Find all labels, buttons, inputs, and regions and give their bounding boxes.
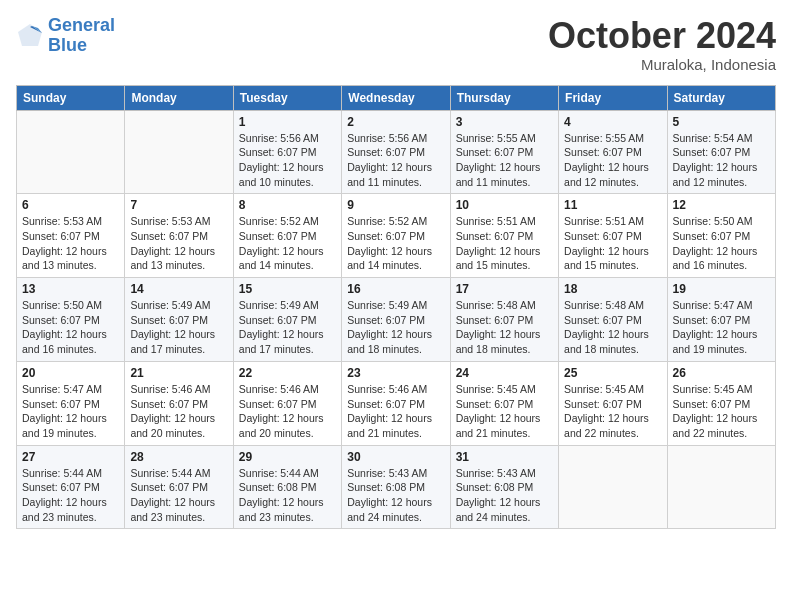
day-number: 16 [347, 282, 444, 296]
day-info: Sunrise: 5:45 AM Sunset: 6:07 PM Dayligh… [456, 382, 553, 441]
calendar-cell: 10Sunrise: 5:51 AM Sunset: 6:07 PM Dayli… [450, 194, 558, 278]
calendar-cell: 30Sunrise: 5:43 AM Sunset: 6:08 PM Dayli… [342, 445, 450, 529]
day-info: Sunrise: 5:43 AM Sunset: 6:08 PM Dayligh… [347, 466, 444, 525]
day-number: 21 [130, 366, 227, 380]
day-info: Sunrise: 5:52 AM Sunset: 6:07 PM Dayligh… [239, 214, 336, 273]
day-info: Sunrise: 5:48 AM Sunset: 6:07 PM Dayligh… [564, 298, 661, 357]
page-header: GeneralBlue October 2024 Muraloka, Indon… [16, 16, 776, 73]
day-info: Sunrise: 5:46 AM Sunset: 6:07 PM Dayligh… [347, 382, 444, 441]
calendar-cell: 4Sunrise: 5:55 AM Sunset: 6:07 PM Daylig… [559, 110, 667, 194]
calendar-cell: 15Sunrise: 5:49 AM Sunset: 6:07 PM Dayli… [233, 278, 341, 362]
day-info: Sunrise: 5:46 AM Sunset: 6:07 PM Dayligh… [130, 382, 227, 441]
day-number: 20 [22, 366, 119, 380]
calendar-cell: 16Sunrise: 5:49 AM Sunset: 6:07 PM Dayli… [342, 278, 450, 362]
month-title: October 2024 [548, 16, 776, 56]
weekday-header: Thursday [450, 85, 558, 110]
day-number: 30 [347, 450, 444, 464]
day-info: Sunrise: 5:51 AM Sunset: 6:07 PM Dayligh… [456, 214, 553, 273]
calendar-cell: 31Sunrise: 5:43 AM Sunset: 6:08 PM Dayli… [450, 445, 558, 529]
day-number: 23 [347, 366, 444, 380]
day-number: 13 [22, 282, 119, 296]
calendar-cell [559, 445, 667, 529]
day-number: 2 [347, 115, 444, 129]
day-info: Sunrise: 5:46 AM Sunset: 6:07 PM Dayligh… [239, 382, 336, 441]
day-info: Sunrise: 5:49 AM Sunset: 6:07 PM Dayligh… [130, 298, 227, 357]
day-number: 11 [564, 198, 661, 212]
calendar-week-row: 27Sunrise: 5:44 AM Sunset: 6:07 PM Dayli… [17, 445, 776, 529]
calendar-cell: 26Sunrise: 5:45 AM Sunset: 6:07 PM Dayli… [667, 361, 775, 445]
svg-marker-0 [18, 24, 42, 46]
day-info: Sunrise: 5:47 AM Sunset: 6:07 PM Dayligh… [673, 298, 770, 357]
calendar-cell: 20Sunrise: 5:47 AM Sunset: 6:07 PM Dayli… [17, 361, 125, 445]
day-number: 9 [347, 198, 444, 212]
day-number: 14 [130, 282, 227, 296]
day-info: Sunrise: 5:56 AM Sunset: 6:07 PM Dayligh… [239, 131, 336, 190]
calendar-cell: 27Sunrise: 5:44 AM Sunset: 6:07 PM Dayli… [17, 445, 125, 529]
calendar-cell: 28Sunrise: 5:44 AM Sunset: 6:07 PM Dayli… [125, 445, 233, 529]
calendar-cell: 3Sunrise: 5:55 AM Sunset: 6:07 PM Daylig… [450, 110, 558, 194]
day-number: 15 [239, 282, 336, 296]
logo-icon [16, 22, 44, 50]
day-info: Sunrise: 5:49 AM Sunset: 6:07 PM Dayligh… [239, 298, 336, 357]
calendar-cell: 6Sunrise: 5:53 AM Sunset: 6:07 PM Daylig… [17, 194, 125, 278]
day-number: 29 [239, 450, 336, 464]
calendar-cell: 9Sunrise: 5:52 AM Sunset: 6:07 PM Daylig… [342, 194, 450, 278]
calendar-cell: 11Sunrise: 5:51 AM Sunset: 6:07 PM Dayli… [559, 194, 667, 278]
day-info: Sunrise: 5:54 AM Sunset: 6:07 PM Dayligh… [673, 131, 770, 190]
day-number: 27 [22, 450, 119, 464]
weekday-header: Wednesday [342, 85, 450, 110]
day-number: 10 [456, 198, 553, 212]
calendar-week-row: 13Sunrise: 5:50 AM Sunset: 6:07 PM Dayli… [17, 278, 776, 362]
day-number: 31 [456, 450, 553, 464]
calendar-cell: 22Sunrise: 5:46 AM Sunset: 6:07 PM Dayli… [233, 361, 341, 445]
day-number: 25 [564, 366, 661, 380]
calendar-cell: 14Sunrise: 5:49 AM Sunset: 6:07 PM Dayli… [125, 278, 233, 362]
day-number: 4 [564, 115, 661, 129]
location: Muraloka, Indonesia [548, 56, 776, 73]
calendar-cell: 29Sunrise: 5:44 AM Sunset: 6:08 PM Dayli… [233, 445, 341, 529]
day-info: Sunrise: 5:44 AM Sunset: 6:08 PM Dayligh… [239, 466, 336, 525]
day-info: Sunrise: 5:53 AM Sunset: 6:07 PM Dayligh… [22, 214, 119, 273]
day-info: Sunrise: 5:49 AM Sunset: 6:07 PM Dayligh… [347, 298, 444, 357]
day-number: 5 [673, 115, 770, 129]
calendar-cell: 2Sunrise: 5:56 AM Sunset: 6:07 PM Daylig… [342, 110, 450, 194]
day-number: 18 [564, 282, 661, 296]
day-info: Sunrise: 5:55 AM Sunset: 6:07 PM Dayligh… [456, 131, 553, 190]
day-info: Sunrise: 5:45 AM Sunset: 6:07 PM Dayligh… [564, 382, 661, 441]
day-number: 7 [130, 198, 227, 212]
calendar-cell: 24Sunrise: 5:45 AM Sunset: 6:07 PM Dayli… [450, 361, 558, 445]
calendar-table: SundayMondayTuesdayWednesdayThursdayFrid… [16, 85, 776, 530]
day-number: 22 [239, 366, 336, 380]
calendar-cell: 1Sunrise: 5:56 AM Sunset: 6:07 PM Daylig… [233, 110, 341, 194]
day-number: 24 [456, 366, 553, 380]
day-info: Sunrise: 5:45 AM Sunset: 6:07 PM Dayligh… [673, 382, 770, 441]
day-info: Sunrise: 5:56 AM Sunset: 6:07 PM Dayligh… [347, 131, 444, 190]
day-info: Sunrise: 5:55 AM Sunset: 6:07 PM Dayligh… [564, 131, 661, 190]
day-number: 26 [673, 366, 770, 380]
calendar-week-row: 6Sunrise: 5:53 AM Sunset: 6:07 PM Daylig… [17, 194, 776, 278]
day-info: Sunrise: 5:48 AM Sunset: 6:07 PM Dayligh… [456, 298, 553, 357]
day-number: 3 [456, 115, 553, 129]
calendar-week-row: 1Sunrise: 5:56 AM Sunset: 6:07 PM Daylig… [17, 110, 776, 194]
day-info: Sunrise: 5:44 AM Sunset: 6:07 PM Dayligh… [22, 466, 119, 525]
calendar-cell: 17Sunrise: 5:48 AM Sunset: 6:07 PM Dayli… [450, 278, 558, 362]
calendar-cell: 25Sunrise: 5:45 AM Sunset: 6:07 PM Dayli… [559, 361, 667, 445]
day-number: 8 [239, 198, 336, 212]
day-number: 6 [22, 198, 119, 212]
day-info: Sunrise: 5:53 AM Sunset: 6:07 PM Dayligh… [130, 214, 227, 273]
calendar-cell: 12Sunrise: 5:50 AM Sunset: 6:07 PM Dayli… [667, 194, 775, 278]
calendar-cell [667, 445, 775, 529]
calendar-cell: 13Sunrise: 5:50 AM Sunset: 6:07 PM Dayli… [17, 278, 125, 362]
calendar-cell: 19Sunrise: 5:47 AM Sunset: 6:07 PM Dayli… [667, 278, 775, 362]
day-number: 12 [673, 198, 770, 212]
day-info: Sunrise: 5:50 AM Sunset: 6:07 PM Dayligh… [673, 214, 770, 273]
calendar-cell: 18Sunrise: 5:48 AM Sunset: 6:07 PM Dayli… [559, 278, 667, 362]
day-number: 28 [130, 450, 227, 464]
calendar-cell: 23Sunrise: 5:46 AM Sunset: 6:07 PM Dayli… [342, 361, 450, 445]
day-number: 1 [239, 115, 336, 129]
calendar-cell [125, 110, 233, 194]
title-block: October 2024 Muraloka, Indonesia [548, 16, 776, 73]
calendar-cell: 7Sunrise: 5:53 AM Sunset: 6:07 PM Daylig… [125, 194, 233, 278]
weekday-header: Sunday [17, 85, 125, 110]
calendar-cell: 21Sunrise: 5:46 AM Sunset: 6:07 PM Dayli… [125, 361, 233, 445]
